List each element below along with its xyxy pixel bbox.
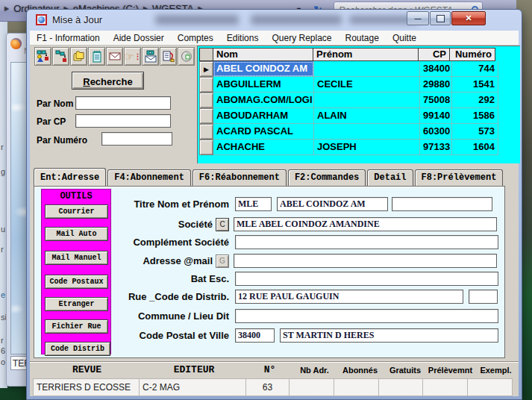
rue-input[interactable]: [235, 290, 463, 304]
code-distrib-input[interactable]: [469, 290, 498, 304]
cell-cp[interactable]: 29880: [420, 77, 452, 93]
cell-numero[interactable]: 744: [452, 61, 498, 77]
menu-f1-information[interactable]: F1 - Information: [30, 31, 107, 45]
cell-prelevemnt[interactable]: [422, 378, 468, 396]
table-row[interactable]: ACARD PASCAL 60300 573: [199, 124, 520, 140]
cell-cp[interactable]: 38400: [420, 61, 452, 77]
societe-input[interactable]: [234, 217, 497, 231]
nom-extra-input[interactable]: [392, 197, 492, 211]
cell-nom[interactable]: ACHACHE: [213, 140, 314, 155]
cell-gratuits[interactable]: [378, 378, 423, 396]
complement-societe-label: Complément Société: [34, 237, 232, 248]
code-postal-input[interactable]: [235, 328, 275, 343]
mail-camera-icon[interactable]: [142, 47, 159, 66]
maximize-button[interactable]: [430, 11, 451, 25]
tab-f8-prelevement[interactable]: F8:Prélèvement: [415, 169, 504, 187]
cell-cp[interactable]: 75008: [420, 93, 452, 108]
tab-f6-reabonnement[interactable]: F6:Réabonnement: [193, 169, 287, 187]
cell-cp[interactable]: 99140: [420, 108, 452, 124]
envelope-icon[interactable]: [106, 47, 123, 66]
cell-numero[interactable]: 1541: [452, 77, 498, 93]
adresse-mail-input[interactable]: [234, 254, 497, 268]
table-row[interactable]: ABOUDARHAM ALAIN 99140 1586: [199, 108, 520, 124]
cell-nom[interactable]: ACARD PASCAL: [213, 124, 314, 140]
cell-exempl[interactable]: [467, 378, 513, 396]
column-header-numero[interactable]: Numéro: [449, 48, 495, 61]
cell-cp[interactable]: 60300: [420, 124, 452, 140]
menu-quitte[interactable]: Quitte: [386, 31, 423, 45]
tab-detail[interactable]: Detail: [367, 169, 413, 187]
cell-abonnes[interactable]: [334, 378, 379, 396]
records-sort-icon[interactable]: [34, 47, 51, 66]
row-selector[interactable]: [199, 93, 213, 108]
close-button[interactable]: [451, 11, 486, 25]
notepad-icon[interactable]: [88, 47, 105, 66]
cell-nom[interactable]: ABOUDARHAM: [213, 108, 314, 124]
row-selector[interactable]: [199, 124, 213, 140]
cell-nom[interactable]: ABGUILLERM: [213, 77, 314, 93]
societe-c-button[interactable]: C: [216, 218, 229, 231]
menu-editions[interactable]: Editions: [220, 31, 266, 45]
table-row[interactable]: ACHACHE JOSEPH 97133 1604: [199, 140, 520, 155]
document-export-icon[interactable]: [160, 47, 177, 66]
record-move-icon[interactable]: [52, 47, 69, 66]
row-selector[interactable]: [199, 140, 213, 155]
cell-numero[interactable]: 1604: [452, 140, 498, 155]
cell-editeur[interactable]: C-2 MAG: [139, 378, 246, 396]
menu-aide-dossier[interactable]: Aide Dossier: [107, 31, 171, 45]
bat-esc-label: Bat Esc.: [34, 273, 232, 284]
table-row[interactable]: ABGUILLERM CECILE 29880 1541: [199, 77, 520, 93]
ville-input[interactable]: [280, 328, 498, 343]
globe-icon[interactable]: [178, 47, 195, 66]
cell-prenom[interactable]: CECILE: [314, 77, 420, 93]
cell-cp[interactable]: 97133: [420, 140, 452, 155]
table-row[interactable]: ABOMAG.COM/LOGI 75008 292: [199, 93, 520, 108]
minimize-button[interactable]: [407, 11, 429, 25]
cell-revue[interactable]: TERRIERS D ECOSSE: [33, 378, 140, 396]
cell-nb-adr[interactable]: [289, 378, 334, 396]
cell-prenom[interactable]: JOSEPH: [314, 140, 420, 155]
column-header-cp[interactable]: CP: [418, 48, 450, 61]
par-nom-input[interactable]: [75, 96, 171, 110]
cell-numero[interactable]: 1586: [452, 108, 498, 124]
cell-prenom[interactable]: ALAIN: [314, 108, 420, 124]
email-g-button[interactable]: G: [216, 254, 229, 268]
menu-comptes[interactable]: Comptes: [171, 31, 220, 45]
pointing-hand-icon[interactable]: ☞⋮: [124, 47, 141, 66]
tab-ent-adresse[interactable]: Ent:Adresse: [34, 168, 106, 187]
column-header-prenom[interactable]: Prénom: [313, 48, 419, 61]
complement-societe-input[interactable]: [235, 235, 498, 249]
tab-f4-abonnement[interactable]: F4:Abonnement: [107, 169, 191, 187]
menu-query-replace[interactable]: Query Replace: [265, 31, 338, 45]
bat-esc-input[interactable]: [235, 272, 498, 286]
tab-f2-commandes[interactable]: F2:Commandes: [288, 169, 366, 187]
cell-numero[interactable]: 292: [452, 93, 498, 108]
mise-a-jour-window: Mise à Jour F1 - Information Aide Dossie…: [26, 9, 522, 400]
folders-icon[interactable]: [70, 47, 87, 66]
commune-input[interactable]: [235, 309, 498, 323]
code-distrib-button[interactable]: Code Distrib: [45, 342, 110, 356]
par-numero-input[interactable]: [101, 132, 172, 146]
table-row[interactable]: ABEL COINDOZ AM 38400 744: [199, 61, 520, 77]
bottom-grid-row[interactable]: TERRIERS D ECOSSE C-2 MAG 63: [34, 378, 513, 396]
titre-input[interactable]: [235, 197, 272, 211]
cell-numero[interactable]: 63: [245, 378, 290, 396]
cell-numero[interactable]: 573: [452, 124, 498, 140]
column-header-nom[interactable]: Nom: [213, 48, 313, 61]
cell-prenom[interactable]: [314, 124, 420, 140]
adresse-tab-panel: OUTILS Courrier Mail Auto Mail Manuel Co…: [34, 186, 505, 358]
cell-nom[interactable]: ABOMAG.COM/LOGI: [213, 93, 314, 108]
cell-prenom[interactable]: [314, 61, 420, 77]
header-exempl: Exempl.: [473, 364, 519, 375]
recherche-button[interactable]: Recherche: [72, 72, 144, 90]
header-numero: N°: [248, 364, 292, 375]
row-selector[interactable]: [199, 77, 213, 93]
cell-prenom[interactable]: [314, 93, 420, 108]
row-selector[interactable]: [199, 108, 213, 124]
nom-prenom-input[interactable]: [277, 197, 388, 211]
cell-nom[interactable]: ABEL COINDOZ AM: [213, 61, 314, 77]
par-cp-input[interactable]: [75, 114, 171, 128]
menu-routage[interactable]: Routage: [339, 31, 386, 45]
current-record-marker-icon[interactable]: [199, 61, 213, 77]
titlebar[interactable]: Mise à Jour: [27, 10, 522, 31]
